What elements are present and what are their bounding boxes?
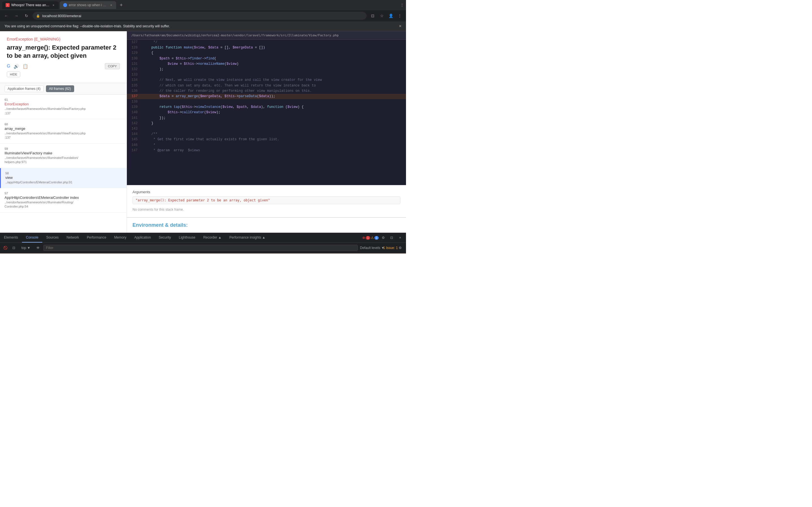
devtools-tab-security[interactable]: Security [155, 233, 175, 242]
reload-button[interactable]: ↻ [22, 12, 31, 20]
line-num-144: 144 [127, 131, 141, 137]
line-num-135: 135 [127, 83, 141, 89]
line-content-140: $this->callCreator($view); [141, 110, 220, 115]
arguments-title: Arguments [133, 190, 400, 194]
devtools-tab-sources[interactable]: Sources [42, 233, 63, 242]
devtools-tab-application[interactable]: Application [130, 233, 155, 242]
frame-tabs: Application frames (4) All frames (62) [0, 83, 126, 95]
devtools-tab-network[interactable]: Network [63, 233, 83, 242]
tab-1-favicon: ! [6, 3, 10, 7]
tab-2[interactable]: error shows up when i add Aut... × [60, 1, 116, 9]
line-content-136: // the caller for rendering or performin… [141, 89, 312, 94]
google-search-button[interactable]: G [7, 64, 10, 69]
console-level-label: top ▼ [21, 246, 31, 250]
devtools-tab-lighthouse[interactable]: Lighthouse [175, 233, 199, 242]
issue-label: 1 Issue: 1 [383, 246, 398, 250]
stack-name-58: view [5, 175, 122, 180]
stack-item-59[interactable]: 59 Illuminate\View\Factory make ../vendo… [0, 144, 126, 168]
nav-bar: ← → ↻ 🔒 localhost:8000/emeterai ⊡ ☆ 👤 ⋮ [0, 10, 406, 21]
url-bar[interactable]: 🔒 localhost:8000/emeterai [33, 12, 366, 20]
stack-name-59: Illuminate\View\Factory make [4, 151, 122, 155]
line-content-141: }); [141, 115, 165, 121]
code-line-146: 146 * [127, 143, 406, 148]
table-button[interactable]: 📋 [22, 64, 28, 69]
right-panel: /Users/fathanakram/Documents/wibidigi/en… [127, 31, 406, 233]
devtools-tab-console[interactable]: Console [22, 233, 42, 242]
copy-button[interactable]: COPY [105, 63, 120, 69]
frame-tab-application[interactable]: Application frames (4) [4, 86, 44, 92]
code-line-131: 131 $view = $this->normalizeName($view) [127, 61, 406, 67]
forward-button[interactable]: → [12, 12, 20, 20]
devtools-settings[interactable]: ⚙ [379, 234, 387, 241]
stack-path-59: ../vendor/laravel/framework/src/Illumina… [4, 156, 122, 165]
error-header: ErrorException (E_WARNING) array_merge()… [0, 31, 126, 83]
stack-item-58[interactable]: 58 view ../app/Http/Controllers/EMeterai… [0, 168, 126, 188]
devtools-tab-performance-insights[interactable]: Performance insights ▲ [225, 233, 269, 242]
line-num-133: 133 [127, 72, 141, 77]
line-content-127: */ [141, 40, 157, 45]
devtools-close[interactable]: × [396, 234, 404, 241]
devtools-bar: Elements Console Sources Network Perform… [0, 233, 406, 242]
devtools-tab-recorder[interactable]: Recorder ▲ [199, 233, 225, 242]
code-line-143: 143 [127, 126, 406, 131]
tab-2-favicon [63, 3, 67, 7]
line-num-140: 140 [127, 110, 141, 115]
code-line-136: 136 // the caller for rendering or perfo… [127, 89, 406, 94]
warning-text: You are using an unsupported command-lin… [4, 24, 170, 28]
line-content-129: { [141, 50, 153, 56]
back-button[interactable]: ← [2, 12, 10, 20]
line-num-136: 136 [127, 89, 141, 94]
tab-1-close[interactable]: × [52, 3, 55, 7]
devtools-tab-memory[interactable]: Memory [110, 233, 130, 242]
no-comments: No comments for this stack frame. [133, 207, 400, 213]
code-view: 127 */ 128 public function make($view, $… [127, 40, 406, 185]
line-num-147: 147 [127, 148, 141, 153]
line-content-144: /** [141, 131, 157, 137]
tab-1[interactable]: ! Whoops! There was an error. × [2, 1, 59, 9]
line-num-141: 141 [127, 115, 141, 121]
hide-button[interactable]: HIDE [7, 71, 20, 77]
console-level-button[interactable]: top ▼ [19, 246, 33, 250]
warning-close-button[interactable]: × [399, 24, 402, 29]
issue-badge-button[interactable]: 1 Issue: 1 [387, 244, 394, 251]
line-content-130: $path = $this->finder->find( [141, 56, 216, 61]
line-content-145: * Get the first view that actually exist… [141, 137, 279, 142]
stack-num-59: 59 [4, 147, 122, 151]
line-num-137: 137 [127, 94, 141, 99]
menu-button[interactable]: ⋮ [396, 12, 404, 20]
line-num-128: 128 [127, 45, 141, 50]
console-clear-button[interactable]: 🚫 [2, 245, 8, 251]
default-levels-button[interactable]: Default levels ▼ [360, 246, 385, 250]
line-content-143 [141, 126, 145, 131]
new-tab-button[interactable]: + [117, 1, 125, 9]
code-line-133: 133 [127, 72, 406, 77]
line-content-139: return tap($this->viewInstance($view, $p… [141, 105, 304, 110]
devtools-tab-performance[interactable]: Performance [83, 233, 110, 242]
console-filter-input[interactable] [43, 245, 358, 251]
devtools-tab-elements[interactable]: Elements [0, 233, 22, 242]
bookmark-button[interactable]: ☆ [378, 12, 386, 20]
env-title: Environment & details: [133, 222, 400, 228]
console-settings[interactable]: ⚙ [396, 244, 404, 251]
stack-item-60[interactable]: 60 array_merge ../vendor/laravel/framewo… [0, 119, 126, 144]
frame-tab-all[interactable]: All frames (62) [46, 86, 74, 92]
stack-path-60: ../vendor/laravel/framework/src/Illumina… [4, 131, 122, 140]
code-line-141: 141 }); [127, 115, 406, 121]
tab-overflow-button[interactable]: ⋮ [400, 3, 404, 7]
devtools-dock[interactable]: ⊡ [388, 234, 395, 241]
stack-num-61: 61 [4, 98, 122, 101]
stack-item-61[interactable]: 61 ErrorException ../vendor/laravel/fram… [0, 95, 126, 119]
browser-chrome: ! Whoops! There was an error. × error sh… [0, 0, 406, 21]
code-line-135: 135 // which can set any data, etc. Then… [127, 83, 406, 89]
console-filter-icon[interactable]: ⊡ [11, 245, 17, 251]
stack-path-61: ../vendor/laravel/framework/src/Illumina… [4, 107, 122, 115]
line-num-139: 139 [127, 105, 141, 110]
cast-button[interactable]: ⊡ [369, 12, 377, 20]
line-num-138: 138 [127, 99, 141, 105]
tab-2-close[interactable]: × [110, 3, 113, 7]
line-content-134: // Next, we will create the view instanc… [141, 77, 322, 83]
audio-button[interactable]: 🔊 [13, 64, 19, 69]
profile-button[interactable]: 👤 [387, 12, 395, 20]
console-eye-button[interactable]: 👁 [35, 245, 41, 251]
stack-item-57[interactable]: 57 App\Http\Controllers\EMeteraiControll… [0, 188, 126, 213]
